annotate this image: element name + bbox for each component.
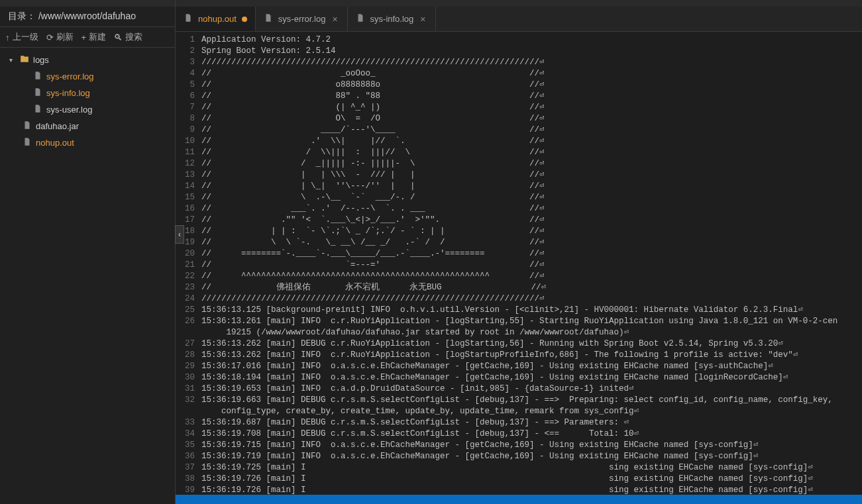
file-sys-user[interactable]: sys-user.log xyxy=(0,101,175,118)
file-tree: ▾ logs sys-error.log sys-info.log sys-us… xyxy=(0,48,175,155)
up-button[interactable]: ↑ 上一级 xyxy=(5,31,38,43)
file-icon xyxy=(23,137,32,148)
path-row: 目录： /www/wwwroot/dafuhao xyxy=(0,7,175,27)
new-label: 新建 xyxy=(89,31,106,43)
top-strip xyxy=(0,0,175,7)
file-icon xyxy=(184,13,193,25)
refresh-label: 刷新 xyxy=(56,31,74,43)
tab-sys-error[interactable]: sys-error.log × xyxy=(256,7,348,31)
status-bar xyxy=(176,495,862,504)
file-icon xyxy=(33,104,42,115)
refresh-icon: ⟳ xyxy=(46,32,54,42)
up-icon: ↑ xyxy=(5,32,10,42)
folder-label: logs xyxy=(33,55,49,65)
file-label: sys-user.log xyxy=(46,105,92,115)
tab-nohup-out[interactable]: nohup.out xyxy=(176,7,256,31)
editor-tabs: nohup.out sys-error.log × sys-info.log × xyxy=(176,7,862,32)
file-icon xyxy=(264,13,273,25)
collapse-handle[interactable]: ‹ xyxy=(175,225,184,244)
caret-down-icon: ▾ xyxy=(9,56,16,64)
dirty-dot-icon xyxy=(242,17,247,22)
file-icon xyxy=(33,71,42,82)
tab-sys-info[interactable]: sys-info.log × xyxy=(348,7,436,31)
file-icon xyxy=(23,121,32,132)
up-label: 上一级 xyxy=(13,31,38,43)
line-gutter: 1 2 3 4 5 6 7 8 9 10 11 12 13 14 15 16 1… xyxy=(176,32,201,495)
folder-icon xyxy=(20,54,29,66)
search-button[interactable]: 🔍︎ 搜索 xyxy=(114,31,142,43)
file-dafuhao-jar[interactable]: dafuhao.jar xyxy=(0,118,175,134)
main-area: ‹ nohup.out sys-error.log × sys-info.log… xyxy=(176,0,862,504)
folder-logs[interactable]: ▾ logs xyxy=(0,52,175,68)
tab-label: sys-error.log xyxy=(278,14,326,24)
file-icon xyxy=(33,87,42,99)
tab-label: sys-info.log xyxy=(370,14,414,24)
file-sys-error[interactable]: sys-error.log xyxy=(0,68,175,85)
close-icon[interactable]: × xyxy=(419,14,427,25)
path-value: /www/wwwroot/dafuhao xyxy=(38,11,136,21)
search-icon: 🔍︎ xyxy=(114,32,123,42)
file-nohup-out[interactable]: nohup.out xyxy=(0,134,175,151)
sidebar: 目录： /www/wwwroot/dafuhao ↑ 上一级 ⟳ 刷新 + 新建… xyxy=(0,0,176,504)
path-label: 目录： xyxy=(8,11,36,21)
sidebar-toolbar: ↑ 上一级 ⟳ 刷新 + 新建 🔍︎ 搜索 xyxy=(0,27,175,48)
refresh-button[interactable]: ⟳ 刷新 xyxy=(46,31,74,43)
file-sys-info[interactable]: sys-info.log xyxy=(0,85,175,101)
tab-label: nohup.out xyxy=(198,14,237,24)
file-label: nohup.out xyxy=(36,138,74,148)
top-strip-main xyxy=(176,0,862,7)
file-label: dafuhao.jar xyxy=(36,121,79,131)
new-button[interactable]: + 新建 xyxy=(81,31,107,43)
code-content[interactable]: Application Version: 4.7.2 Spring Boot V… xyxy=(201,32,862,495)
plus-icon: + xyxy=(81,32,87,42)
file-label: sys-error.log xyxy=(46,72,94,81)
search-label: 搜索 xyxy=(125,31,142,43)
file-icon xyxy=(356,13,365,25)
editor[interactable]: 1 2 3 4 5 6 7 8 9 10 11 12 13 14 15 16 1… xyxy=(176,32,862,495)
file-label: sys-info.log xyxy=(46,88,90,98)
chevron-left-icon: ‹ xyxy=(178,230,181,239)
close-icon[interactable]: × xyxy=(331,14,339,25)
